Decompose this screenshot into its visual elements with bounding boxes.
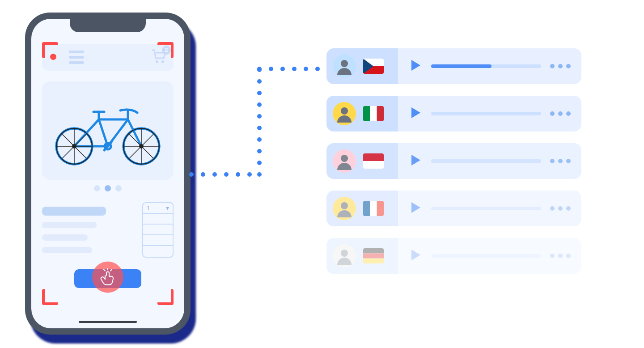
- svg-rect-36: [363, 201, 370, 216]
- audio-progress-track[interactable]: [431, 112, 541, 115]
- product-image-card[interactable]: [42, 81, 174, 180]
- product-details: 1▾: [42, 202, 174, 258]
- carousel-dots[interactable]: [31, 185, 184, 191]
- audio-progress-fill: [431, 64, 491, 68]
- avatar: [333, 244, 356, 267]
- tap-gesture-icon: [92, 262, 123, 293]
- flag-icon: [363, 248, 384, 263]
- avatar: [333, 102, 356, 125]
- record-frame-corner: [157, 42, 174, 58]
- svg-point-1: [161, 60, 164, 63]
- menu-icon[interactable]: [69, 51, 84, 64]
- avatar: [333, 55, 356, 78]
- svg-rect-42: [363, 259, 384, 263]
- more-options-icon[interactable]: [550, 111, 571, 116]
- phone-notch: [70, 19, 146, 32]
- svg-point-28: [341, 107, 348, 115]
- flag-icon: [363, 153, 384, 169]
- more-options-icon[interactable]: [550, 206, 571, 211]
- bicycle-icon: [50, 95, 166, 166]
- play-button[interactable]: [409, 59, 422, 74]
- phone-device: 2: [25, 13, 191, 335]
- tester-recordings-list: [326, 48, 581, 274]
- more-options-icon[interactable]: [550, 64, 571, 68]
- play-button[interactable]: [409, 106, 422, 121]
- play-button[interactable]: [409, 201, 422, 216]
- chevron-down-icon: ▾: [166, 204, 169, 212]
- svg-point-32: [341, 155, 348, 162]
- svg-line-19: [104, 270, 105, 271]
- svg-rect-41: [363, 253, 384, 258]
- tester-row: [326, 238, 581, 274]
- svg-rect-37: [370, 201, 377, 216]
- quantity-stepper[interactable]: 1▾: [142, 202, 174, 258]
- record-frame-corner: [157, 289, 174, 305]
- tester-row: [326, 191, 581, 226]
- svg-rect-34: [363, 161, 384, 169]
- svg-point-35: [341, 202, 348, 209]
- play-button[interactable]: [409, 153, 422, 169]
- app-topbar: 2: [42, 44, 174, 71]
- audio-progress-track[interactable]: [431, 207, 541, 210]
- tester-row: [326, 96, 581, 132]
- recording-indicator-icon: [50, 54, 56, 60]
- svg-rect-40: [363, 248, 384, 253]
- svg-point-0: [156, 60, 158, 63]
- svg-rect-31: [377, 106, 384, 121]
- svg-point-39: [341, 250, 348, 257]
- flag-icon: [363, 201, 384, 216]
- audio-progress-track[interactable]: [431, 159, 541, 163]
- tester-row: [326, 143, 581, 179]
- audio-progress-track[interactable]: [431, 64, 541, 68]
- avatar: [333, 149, 356, 173]
- svg-point-25: [341, 60, 348, 67]
- home-indicator: [79, 321, 137, 323]
- product-text-placeholder: [42, 202, 133, 258]
- svg-rect-30: [370, 106, 377, 121]
- svg-rect-33: [363, 153, 384, 161]
- flag-icon: [363, 106, 384, 121]
- primary-cta-button[interactable]: [74, 269, 141, 288]
- svg-line-21: [110, 270, 112, 271]
- more-options-icon[interactable]: [550, 254, 571, 258]
- record-frame-corner: [42, 289, 58, 305]
- phone-screen: 2: [31, 19, 184, 328]
- svg-rect-29: [363, 106, 370, 121]
- audio-progress-track[interactable]: [431, 254, 541, 258]
- quantity-value: 1: [147, 204, 150, 212]
- avatar: [333, 197, 356, 220]
- flag-icon: [363, 59, 384, 74]
- svg-rect-38: [377, 201, 384, 216]
- more-options-icon[interactable]: [550, 159, 571, 163]
- play-button[interactable]: [409, 248, 422, 263]
- tester-row: [326, 48, 581, 84]
